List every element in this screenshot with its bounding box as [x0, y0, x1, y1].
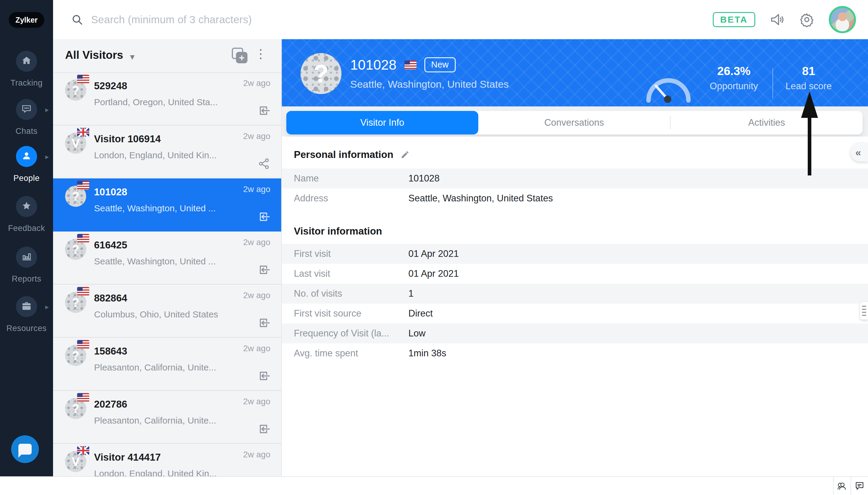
star-icon — [21, 201, 32, 212]
us-flag-icon — [77, 234, 89, 243]
info-row: Avg. time spent 1min 38s — [282, 343, 868, 363]
info-label: No. of visits — [282, 288, 409, 299]
enter-icon[interactable] — [258, 370, 270, 382]
visitor-row-location: Pleasanton, California, Unite... — [94, 415, 216, 426]
sidebar-item-chats[interactable]: ▸ Chats — [0, 99, 53, 136]
visitor-detail-panel: ? 101028 New Seattle, Washington, United… — [282, 39, 868, 477]
bottom-bar — [0, 476, 868, 495]
us-flag-icon — [77, 287, 89, 296]
visitor-row[interactable]: ? 529248 Portland, Oregon, United Sta...… — [53, 72, 281, 125]
visitor-row[interactable]: ? 101028 Seattle, Washington, United ...… — [53, 178, 281, 232]
app-window: Search (minimum of 3 characters) BETA Zy… — [0, 0, 868, 495]
visitor-row-location: Seattle, Washington, United ... — [94, 256, 216, 267]
visitor-row-name: 101028 — [94, 186, 127, 198]
info-value: 01 Apr 2021 — [409, 268, 459, 279]
user-avatar[interactable] — [829, 6, 856, 33]
sidebar-item-feedback[interactable]: ▸ Feedback — [0, 196, 53, 233]
sidebar-item-reports[interactable]: ▸ Reports — [0, 246, 53, 284]
visitor-list-header: All Visitors ▼ + ⋮ — [53, 39, 281, 73]
sidebar-item-label: People — [0, 174, 53, 183]
message-icon — [854, 481, 865, 491]
visitor-row[interactable]: V Visitor 106914 London, England, United… — [53, 125, 281, 178]
sidebar-item-label: Resources — [0, 324, 53, 333]
visitor-row-location: Seattle, Washington, United ... — [94, 203, 216, 214]
drag-handle[interactable] — [860, 302, 868, 320]
add-view-button[interactable]: + — [232, 48, 247, 63]
chevron-right-icon: ▸ — [45, 153, 49, 160]
info-row: Address Seattle, Washington, United Stat… — [282, 188, 868, 208]
tab-activities[interactable]: Activities — [671, 111, 863, 134]
us-flag-icon — [404, 61, 417, 69]
visitor-row-time: 2w ago — [243, 397, 270, 406]
visitor-location: Seattle, Washington, United States — [350, 79, 509, 90]
visitor-row-time: 2w ago — [243, 79, 270, 88]
list-title[interactable]: All Visitors — [65, 49, 123, 62]
visitor-row[interactable]: ? 202786 Pleasanton, California, Unite..… — [53, 391, 281, 444]
visitor-row[interactable]: ? 882864 Columbus, Ohio, United States 2… — [53, 285, 281, 338]
info-value: Seattle, Washington, United States — [409, 193, 553, 204]
visitor-row-name: 882864 — [94, 292, 127, 304]
brand-logo[interactable]: Zylker — [9, 12, 44, 28]
enter-icon[interactable] — [258, 317, 270, 329]
gear-icon[interactable] — [799, 12, 814, 27]
info-label: First visit — [282, 249, 409, 259]
visitor-row-name: 202786 — [94, 398, 127, 410]
visitor-row[interactable]: ? 158643 Pleasanton, California, Unite..… — [53, 338, 281, 391]
info-row: Last visit 01 Apr 2021 — [282, 264, 868, 284]
visitor-row-time: 2w ago — [243, 291, 270, 300]
global-search[interactable]: Search (minimum of 3 characters) — [71, 14, 713, 25]
chat-fab-button[interactable] — [11, 435, 39, 463]
chat-icon — [21, 103, 32, 116]
visitor-id: 101028 — [350, 57, 397, 73]
info-row: First visit 01 Apr 2021 — [282, 244, 868, 264]
chevron-down-icon[interactable]: ▼ — [128, 52, 136, 62]
search-icon — [71, 14, 83, 25]
info-row: No. of visits 1 — [282, 284, 868, 304]
visitor-row-time: 2w ago — [243, 450, 270, 459]
enter-icon[interactable] — [258, 104, 270, 117]
search-placeholder: Search (minimum of 3 characters) — [91, 14, 252, 25]
annotation-arrow-head — [801, 91, 818, 118]
uk-flag-icon — [77, 446, 89, 455]
section-title: Personal information — [294, 149, 393, 161]
share-icon[interactable] — [258, 157, 270, 170]
visitor-row[interactable]: ? 616425 Seattle, Washington, United ...… — [53, 232, 281, 285]
section-title: Visitor information — [294, 225, 382, 237]
lead-score-label: Lead score — [769, 81, 848, 92]
opportunity-value: 26.3% — [695, 65, 773, 78]
opportunity-label: Opportunity — [695, 81, 773, 92]
edit-pencil-icon[interactable] — [401, 150, 410, 159]
info-value: Low — [409, 328, 426, 339]
contacts-button[interactable] — [833, 477, 851, 495]
sound-icon[interactable] — [770, 12, 785, 27]
top-bar: Search (minimum of 3 characters) BETA — [53, 0, 868, 40]
tab-conversations[interactable]: Conversations — [478, 111, 670, 134]
info-label: First visit source — [282, 308, 409, 319]
sidebar-item-resources[interactable]: ▸ Resources — [0, 296, 53, 333]
visitor-row[interactable]: V Visitor 414417 London, England, United… — [53, 444, 281, 477]
chevron-right-icon: ▸ — [45, 303, 49, 310]
feedback-chat-button[interactable] — [851, 477, 868, 495]
visitor-avatar: ? — [300, 53, 342, 94]
lead-score-value: 81 — [769, 65, 848, 78]
collapse-panel-handle[interactable]: « — [851, 143, 868, 161]
sidebar-item-label: Tracking — [0, 79, 53, 88]
tab-visitor-info[interactable]: Visitor Info — [286, 111, 478, 134]
enter-icon[interactable] — [258, 263, 270, 276]
visitor-row-name: Visitor 106914 — [94, 133, 161, 145]
visitor-row-location: Portland, Oregon, United Sta... — [94, 97, 218, 107]
us-flag-icon — [77, 75, 89, 84]
sidebar-item-tracking[interactable]: ▸ Tracking — [0, 51, 53, 88]
sidebar-item-people[interactable]: ▸ People — [0, 146, 53, 183]
info-label: Avg. time spent — [282, 348, 409, 359]
visitor-row-name: 158643 — [94, 345, 127, 357]
annotation-arrow-shaft — [808, 116, 811, 175]
opportunity-metric: 26.3% Opportunity — [695, 65, 773, 92]
visitor-row-name: 616425 — [94, 239, 127, 251]
kebab-menu-icon[interactable]: ⋮ — [255, 47, 267, 60]
visitor-list-panel: All Visitors ▼ + ⋮ ? 529248 Portland, Or… — [53, 39, 282, 477]
enter-icon[interactable] — [258, 423, 270, 435]
opportunity-gauge — [643, 75, 694, 105]
chevrons-left-icon: « — [855, 147, 861, 158]
enter-icon[interactable] — [258, 210, 270, 223]
